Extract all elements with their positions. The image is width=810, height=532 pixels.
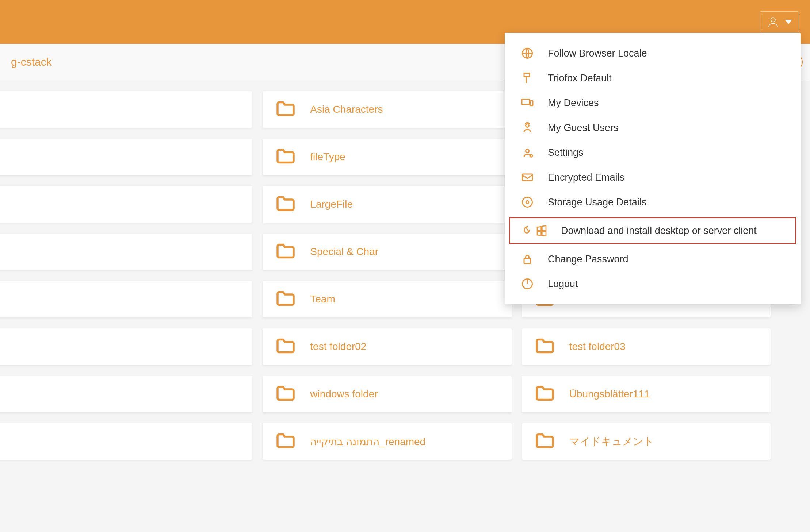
- folder-icon: [276, 148, 295, 166]
- folder-card[interactable]: [0, 281, 252, 317]
- folder-label: windows folder: [310, 388, 378, 400]
- folder-icon: [535, 433, 555, 450]
- menu-item-label: Triofox Default: [548, 73, 612, 84]
- theme-icon: [519, 72, 535, 85]
- folder-label: test folder03: [569, 341, 626, 352]
- folder-card[interactable]: [0, 234, 252, 270]
- folder-label: Asia Characters: [310, 104, 383, 115]
- download-client-icon: [519, 224, 549, 237]
- globe-icon: [519, 47, 535, 60]
- menu-item-label: Download and install desktop or server c…: [561, 225, 757, 236]
- svg-rect-3: [530, 101, 533, 106]
- folder-card[interactable]: マイドキュメント: [522, 423, 771, 460]
- folder-label: Special & Char: [310, 246, 378, 258]
- menu-item-label: Storage Usage Details: [548, 197, 646, 208]
- svg-point-8: [523, 197, 532, 207]
- folder-card[interactable]: [0, 139, 252, 175]
- folder-icon: [276, 385, 295, 403]
- folder-icon: [276, 433, 295, 450]
- folder-icon: [535, 385, 555, 403]
- menu-item-label: Follow Browser Locale: [548, 48, 647, 59]
- folder-card[interactable]: [0, 376, 252, 412]
- menu-item-theme[interactable]: Triofox Default: [505, 66, 801, 90]
- folder-icon: [276, 290, 295, 308]
- folder-card[interactable]: test folder03: [522, 328, 771, 365]
- svg-rect-10: [524, 259, 531, 264]
- folder-label: LargeFile: [310, 198, 353, 210]
- svg-rect-2: [522, 99, 530, 105]
- folder-card[interactable]: [0, 91, 252, 128]
- folder-card[interactable]: [0, 423, 252, 460]
- menu-item-label: Change Password: [548, 254, 628, 265]
- menu-item-disk[interactable]: Storage Usage Details: [505, 190, 801, 215]
- folder-icon: [276, 338, 295, 355]
- folder-icon: [535, 338, 555, 355]
- user-icon: [767, 15, 780, 28]
- lock-icon: [519, 252, 535, 266]
- folder-card[interactable]: [0, 328, 252, 365]
- folder-label: התמונה בתיקייה_renamed: [310, 436, 425, 448]
- folder-card[interactable]: Team: [263, 281, 511, 317]
- folder-card[interactable]: test folder02: [263, 328, 511, 365]
- menu-item-settings[interactable]: Settings: [505, 140, 801, 165]
- folder-card[interactable]: fileType: [263, 139, 511, 175]
- disk-icon: [519, 196, 535, 209]
- folder-card[interactable]: windows folder: [263, 376, 511, 412]
- menu-item-label: Encrypted Emails: [548, 172, 624, 183]
- menu-item-label: Settings: [548, 147, 584, 158]
- guest-icon: [519, 121, 535, 134]
- menu-item-devices[interactable]: My Devices: [505, 90, 801, 115]
- folder-card[interactable]: [0, 186, 252, 223]
- envelope-icon: [519, 171, 535, 184]
- folder-label: Übungsblätter111: [569, 388, 650, 400]
- folder-card[interactable]: Übungsblätter111: [522, 376, 771, 412]
- svg-point-4: [526, 124, 529, 127]
- folder-icon: [276, 196, 295, 213]
- menu-item-label: My Guest Users: [548, 122, 619, 134]
- devices-icon: [519, 96, 535, 109]
- folder-card[interactable]: LargeFile: [263, 186, 511, 223]
- folder-card[interactable]: התמונה בתיקייה_renamed: [263, 423, 511, 460]
- svg-point-6: [530, 155, 532, 157]
- folder-label: マイドキュメント: [569, 435, 654, 448]
- folder-card[interactable]: Asia Characters: [263, 91, 511, 128]
- menu-item-globe[interactable]: Follow Browser Locale: [505, 41, 801, 66]
- settings-icon: [519, 146, 535, 159]
- menu-item-label: My Devices: [548, 97, 599, 109]
- svg-point-0: [771, 18, 775, 22]
- user-menu-button[interactable]: [760, 11, 799, 32]
- user-dropdown-menu: Follow Browser LocaleTriofox DefaultMy D…: [505, 33, 801, 304]
- folder-icon: [276, 101, 295, 118]
- folder-card[interactable]: Special & Char: [263, 234, 511, 270]
- svg-rect-7: [523, 174, 532, 181]
- menu-item-lock[interactable]: Change Password: [505, 247, 801, 271]
- breadcrumb[interactable]: g-cstack: [11, 56, 52, 68]
- menu-item-power[interactable]: Logout: [505, 271, 801, 296]
- menu-item-label: Logout: [548, 278, 578, 290]
- folder-label: Team: [310, 293, 335, 305]
- svg-point-5: [526, 149, 529, 153]
- folder-label: test folder02: [310, 341, 366, 352]
- menu-item-download-client[interactable]: Download and install desktop or server c…: [508, 216, 798, 245]
- svg-point-9: [526, 201, 529, 204]
- folder-icon: [276, 243, 295, 261]
- menu-item-envelope[interactable]: Encrypted Emails: [505, 165, 801, 190]
- power-icon: [519, 277, 535, 290]
- folder-label: fileType: [310, 151, 345, 163]
- menu-item-guest[interactable]: My Guest Users: [505, 115, 801, 140]
- caret-down-icon: [785, 20, 792, 24]
